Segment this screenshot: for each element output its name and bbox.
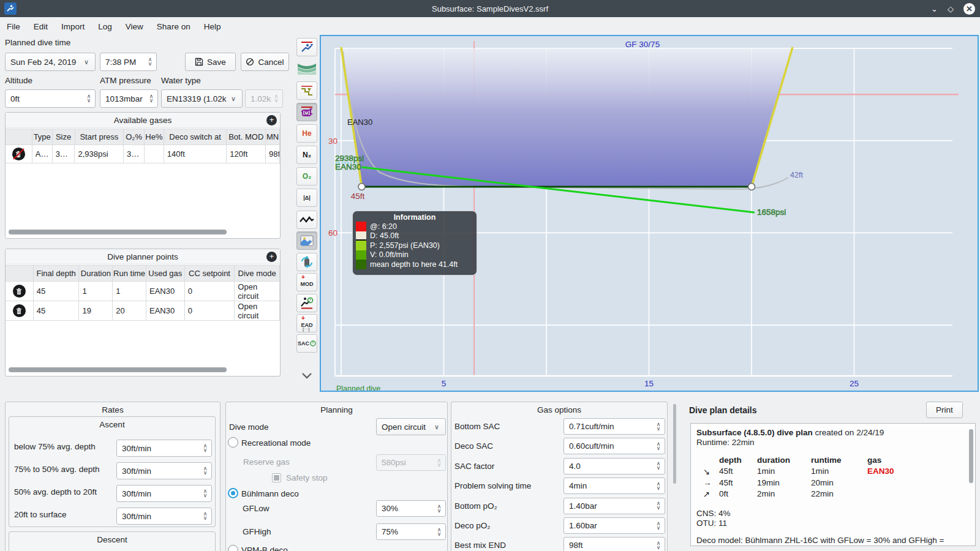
vpmb-deco-radio[interactable] (228, 545, 238, 551)
photos-toggle[interactable] (296, 231, 317, 250)
menu-edit[interactable]: Edit (27, 20, 55, 34)
column-header[interactable]: Bot. MOD (227, 129, 266, 145)
delete-row-icon[interactable] (13, 304, 26, 317)
recreational-mode-radio[interactable] (228, 437, 238, 448)
gas-option-spinner[interactable]: 1.60bar∧∨ (564, 517, 665, 534)
spinner-arrows-icon[interactable]: ∧∨ (654, 422, 665, 431)
table-row[interactable]: A…3…2,938psi3…140ft120ft98f (6, 145, 280, 163)
column-header[interactable]: Type (32, 129, 53, 145)
gfhigh-spinner[interactable]: 75% ∧∨ (376, 523, 446, 540)
column-header[interactable]: Size (53, 129, 75, 145)
column-header[interactable]: Deco switch at (164, 129, 227, 145)
column-header[interactable]: MN (266, 129, 280, 145)
atm-pressure-spinner[interactable]: 1013mbar ∧∨ (100, 89, 158, 108)
spinner-arrows-icon[interactable]: ∧∨ (145, 58, 156, 66)
spinner-arrows-icon[interactable]: ∧∨ (434, 528, 445, 536)
spinner-arrows-icon[interactable]: ∧∨ (654, 442, 665, 451)
splitter-handle[interactable] (673, 404, 676, 484)
heart-rate-toggle[interactable] (296, 211, 317, 229)
column-header[interactable]: Used gas (146, 265, 185, 282)
spinner-arrows-icon[interactable]: ∧∨ (654, 482, 665, 490)
gflow-spinner[interactable]: 30% ∧∨ (376, 500, 446, 517)
save-button[interactable]: Save (185, 53, 236, 71)
pp-he-toggle[interactable]: He (296, 124, 317, 143)
column-header[interactable]: Dive mode (235, 265, 280, 282)
column-header[interactable]: Final depth (34, 265, 80, 282)
rate-spinner[interactable]: 30ft/min∧∨ (116, 485, 212, 502)
gas-option-spinner[interactable]: 0.71cuft/min∧∨ (564, 418, 665, 435)
water-type-select[interactable]: EN13319 (1.02k∨ (161, 89, 243, 108)
gas-option-spinner[interactable]: 4min∧∨ (564, 478, 665, 494)
table-row[interactable]: 4511EAN300Open circuit (6, 282, 280, 301)
dc-reported-ceiling-toggle[interactable] (296, 103, 317, 121)
plan-runtime: 22min (811, 489, 867, 499)
delete-row-icon[interactable] (13, 285, 26, 298)
spinner-arrows-icon[interactable]: ∧∨ (654, 501, 665, 510)
table-row[interactable]: 451920EAN300Open circuit (6, 301, 280, 321)
rate-spinner[interactable]: 30ft/min∧∨ (116, 440, 212, 457)
chart-info-tooltip[interactable]: Information @: 6:20D: 45.0ftP: 2,557psi … (352, 211, 477, 276)
plan-col-header: duration (757, 455, 811, 465)
cell: EAN30 (146, 282, 185, 301)
calculated-ceiling-toggle[interactable] (296, 81, 317, 100)
profile-handle[interactable] (358, 183, 365, 190)
spinner-arrows-icon[interactable]: ∧∨ (200, 467, 211, 475)
print-button[interactable]: Print (926, 402, 963, 418)
dive-profile-chart[interactable]: GF 30/75306051525EAN302938psiEAN3045ft16… (320, 35, 979, 392)
rate-spinner[interactable]: 30ft/min∧∨ (116, 508, 212, 525)
gas-option-spinner[interactable]: 0.60cuft/min∧∨ (564, 438, 665, 454)
sac-toggle[interactable]: SAC (296, 334, 317, 353)
menu-file[interactable]: File (0, 20, 27, 34)
delete-row-icon[interactable] (12, 148, 25, 160)
column-header[interactable]: CC setpoint (185, 265, 235, 282)
spinner-arrows-icon[interactable]: ∧∨ (200, 489, 211, 498)
toolbar-scroll-down[interactable] (296, 367, 317, 385)
menu-share-on[interactable]: Share on (150, 20, 197, 34)
gas-option-spinner[interactable]: 4.0∧∨ (564, 458, 665, 474)
ead-toggle[interactable]: +EAD(···) (296, 314, 317, 332)
dive-mode-select[interactable]: Open circuit∨ (376, 418, 446, 435)
rate-spinner[interactable]: 30ft/min∧∨ (116, 462, 212, 479)
add-gas-button[interactable]: + (266, 115, 277, 126)
date-picker[interactable]: Sun Feb 24, 2019∨ (5, 53, 96, 71)
close-icon[interactable]: ✕ (963, 3, 975, 15)
minimize-icon[interactable]: ⌄ (931, 4, 938, 13)
pp-n2-toggle[interactable]: N₂ (296, 146, 317, 164)
spinner-arrows-icon[interactable]: ∧∨ (654, 462, 665, 470)
add-point-button[interactable]: + (266, 252, 277, 262)
gas-option-spinner[interactable]: 98ft∧∨ (564, 537, 665, 551)
partial-pressure-graph-toggle[interactable] (296, 38, 317, 56)
mod-toggle[interactable]: +MOD (296, 273, 317, 291)
waves-background[interactable] (296, 59, 317, 77)
menu-log[interactable]: Log (91, 20, 119, 34)
spinner-arrows-icon[interactable]: ∧∨ (654, 522, 665, 530)
spinner-arrows-icon[interactable]: ∧∨ (146, 94, 157, 103)
spinner-arrows-icon[interactable]: ∧∨ (434, 504, 445, 513)
profile-handle[interactable] (748, 183, 755, 190)
buhlmann-deco-radio[interactable] (228, 488, 238, 498)
incident-time-toggle[interactable] (296, 294, 317, 312)
spinner-arrows-icon[interactable]: ∧∨ (84, 94, 95, 103)
cancel-button[interactable]: Cancel (241, 53, 289, 71)
spinner-arrows-icon[interactable]: ∧∨ (200, 512, 211, 520)
time-spinner[interactable]: 7:38 PM ∧∨ (100, 53, 157, 71)
points-horizontal-scrollbar[interactable] (9, 367, 227, 372)
column-header[interactable]: Run time (113, 265, 146, 282)
column-header[interactable]: Duration (79, 265, 113, 282)
plan-notes-scrollbar[interactable] (969, 429, 973, 483)
menu-import[interactable]: Import (55, 20, 91, 34)
spinner-arrows-icon[interactable]: ∧∨ (654, 541, 665, 550)
gas-option-spinner[interactable]: 1.40bar∧∨ (564, 498, 665, 514)
menu-view[interactable]: View (119, 20, 150, 34)
column-header[interactable]: He% (145, 129, 164, 145)
spinner-arrows-icon[interactable]: ∧∨ (200, 444, 211, 452)
gases-horizontal-scrollbar[interactable] (9, 230, 227, 234)
maximize-icon[interactable]: ◇ (948, 4, 954, 13)
column-header[interactable]: O₂% (124, 129, 145, 145)
altitude-spinner[interactable]: 0ft ∧∨ (5, 89, 96, 108)
menu-help[interactable]: Help (197, 20, 228, 34)
tissues-toggle[interactable]: |Δ| (296, 189, 317, 207)
tank-bar-toggle[interactable] (296, 253, 317, 271)
pp-o2-toggle[interactable]: O₂ (296, 167, 317, 186)
column-header[interactable]: Start press (75, 129, 124, 145)
